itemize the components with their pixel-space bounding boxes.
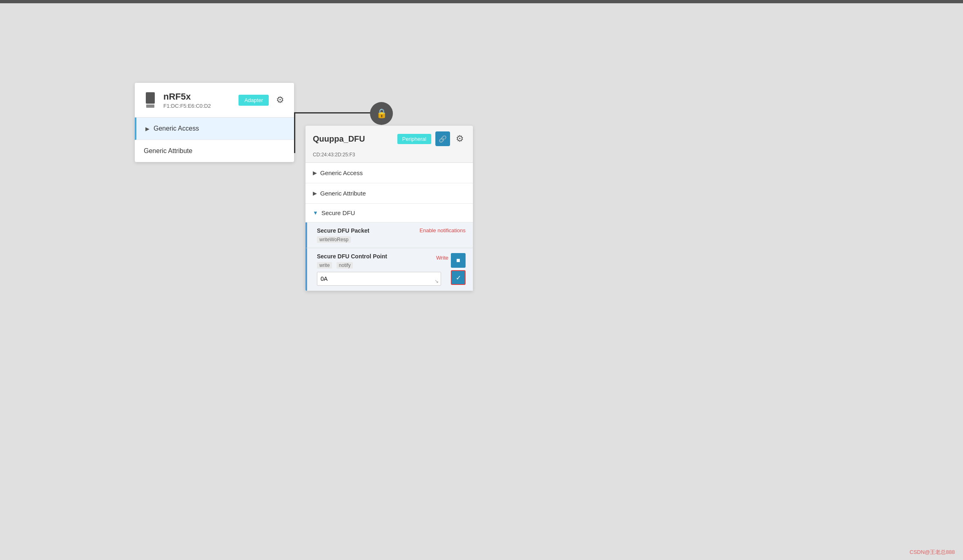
connect-icon: 🔗 xyxy=(439,135,447,143)
left-service-generic-access-label: Generic Access xyxy=(154,125,199,132)
peripheral-button[interactable]: Peripheral xyxy=(397,134,431,144)
right-service-item-generic-attribute[interactable]: ▶ Generic Attribute xyxy=(305,183,473,204)
left-card-subtitle: F1:DC:F5:E6:C0:D2 xyxy=(163,103,233,109)
right-gear-button[interactable]: ⚙ xyxy=(454,132,466,146)
notify-badge: notify xyxy=(337,262,353,269)
arrow-right-icon: ▶ xyxy=(145,126,149,132)
main-area: 🔒 nRF5x F1:DC:F5:E6:C0:D2 Adapter ⚙ ▶ Ge… xyxy=(0,3,963,560)
right-card-subtitle: CD:24:43:2D:25:F3 xyxy=(305,152,473,162)
value-input-row: ↘ xyxy=(317,269,466,291)
secure-dfu-cp-name: Secure DFU Control Point xyxy=(317,253,445,260)
dongle-top xyxy=(146,92,155,104)
write-wo-resp-badge: writeWoResp xyxy=(317,236,351,243)
lock-icon: 🔒 xyxy=(370,102,393,125)
char-packet-right: Enable notifications xyxy=(419,227,466,233)
secure-dfu-packet-item: Secure DFU Packet writeWoResp Enable not… xyxy=(305,222,473,248)
char-cp-row: Secure DFU Control Point write notify Wr… xyxy=(317,253,466,269)
write-button[interactable]: ■ xyxy=(451,253,466,268)
dongle-bottom xyxy=(146,104,154,108)
arrow-down-icon: ▼ xyxy=(313,210,318,216)
secure-dfu-control-point-item: Secure DFU Control Point write notify Wr… xyxy=(305,248,473,291)
right-service-item-generic-access[interactable]: ▶ Generic Access xyxy=(305,163,473,183)
right-card-title: Quuppa_DFU xyxy=(313,134,393,144)
check-icon: ✓ xyxy=(456,274,461,282)
left-service-list: ▶ Generic Access Generic Attribute xyxy=(135,117,294,162)
char-cp-left: Secure DFU Control Point write notify xyxy=(317,253,445,269)
secure-dfu-section: ▼ Secure DFU Secure DFU Packet writeWoRe… xyxy=(305,204,473,291)
connection-line-horizontal xyxy=(294,112,371,113)
left-title-area: nRF5x F1:DC:F5:E6:C0:D2 xyxy=(163,91,233,109)
left-card-title: nRF5x xyxy=(163,91,233,102)
watermark: CSDN@王老总888 xyxy=(910,549,955,556)
right-generic-attribute-label: Generic Attribute xyxy=(320,190,366,197)
write-badge: write xyxy=(317,262,332,269)
top-bar xyxy=(0,0,963,3)
secure-dfu-packet-name: Secure DFU Packet xyxy=(317,227,419,234)
char-packet-left: Secure DFU Packet writeWoResp xyxy=(317,227,419,243)
left-service-item-generic-access[interactable]: ▶ Generic Access xyxy=(135,118,294,140)
left-device-card: nRF5x F1:DC:F5:E6:C0:D2 Adapter ⚙ ▶ Gene… xyxy=(135,83,294,162)
arrow-icon-2: ▶ xyxy=(313,190,317,196)
right-generic-access-label: Generic Access xyxy=(320,169,363,176)
enable-notifications-label: Enable notifications xyxy=(419,227,466,233)
dongle-icon xyxy=(143,90,158,110)
right-device-card: Quuppa_DFU Peripheral 🔗 ⚙ CD:24:43:2D:25… xyxy=(305,126,473,291)
connection-line-vertical xyxy=(294,112,295,153)
write-action-area: Write xyxy=(436,254,448,261)
char-packet-row: Secure DFU Packet writeWoResp Enable not… xyxy=(317,227,466,243)
secure-dfu-header[interactable]: ▼ Secure DFU xyxy=(305,204,473,222)
left-gear-button[interactable]: ⚙ xyxy=(274,93,286,107)
right-card-header: Quuppa_DFU Peripheral 🔗 ⚙ xyxy=(305,126,473,152)
left-card-header: nRF5x F1:DC:F5:E6:C0:D2 Adapter ⚙ xyxy=(135,83,294,117)
secure-dfu-label: Secure DFU xyxy=(321,209,355,216)
value-input-field[interactable] xyxy=(317,272,441,286)
connect-button[interactable]: 🔗 xyxy=(435,131,450,146)
confirm-button[interactable]: ✓ xyxy=(451,270,466,285)
left-service-generic-attribute-label: Generic Attribute xyxy=(144,147,192,155)
arrow-icon: ▶ xyxy=(313,170,317,176)
left-service-item-generic-attribute[interactable]: Generic Attribute xyxy=(135,140,294,162)
adapter-button[interactable]: Adapter xyxy=(239,95,269,106)
right-service-list: ▶ Generic Access ▶ Generic Attribute ▼ S… xyxy=(305,162,473,291)
resize-icon: ↘ xyxy=(435,278,439,284)
write-icon: ■ xyxy=(456,257,460,264)
write-label: Write xyxy=(436,255,448,261)
